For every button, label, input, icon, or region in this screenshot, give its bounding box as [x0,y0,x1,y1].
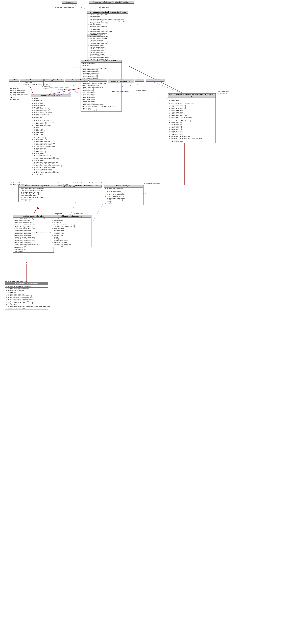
unsigned-box: unsigned [62,1,77,4]
bool-box: bool [135,79,144,82]
cell-cycle-model-ode-handler-header: CellCycleModelOdeHandler [51,215,91,218]
svg-line-6 [29,84,33,95]
abstract-ode-system-header: AbstractOdeSystem [104,185,143,187]
mpOdeSystem-label: mpOdeSystem [74,212,83,214]
abstract-param-vector-fields: # mStateVariables # mParameters [81,62,122,67]
identifiable-methods: + ~Identifiable() + TidyTemplatedExportI… [20,82,43,86]
abstract-param-stl-fields: # mStateVariables # mParameters [168,98,215,102]
enum-cell-cycle-phase-box: enum CellCyclePhase_ [65,79,88,82]
vector-header: VECTOR [87,34,101,36]
abstract-ode-system-box: AbstractOdeSystem # mUseAnalyticJacobian… [104,185,144,205]
svg-marker-28 [25,262,27,264]
abstract-cell-cycle-box: AbstractCellCycleModel # mpCell # mBirth… [31,94,71,176]
abstract-param-vector-box: AbstractParameterisedSystem< VECTOR > # … [81,60,122,112]
boost-noncopyable-box: boost::noncopyable [89,79,107,82]
shared-cell-label: shared Cell > [66,186,76,188]
svg-marker-24 [37,207,39,208]
single-ode-wnt-header: SingleOdeWntCellCycleModel [5,282,48,285]
abstract-ode-system-fields: # mUseAnalyticJacobian [104,187,143,190]
abstract-param-stl-box: AbstractParameterisedSystem< std::vector… [168,93,216,143]
shared-ptr-ode-info-box: shared_ptr< AbstractOdeSystemInformation… [89,1,134,4]
mpOdeSolver-label: mpOdeSolver [55,212,64,214]
mUseAnalyticJacobian-label: mUseAnalyticJacobian [144,183,160,184]
enum-cell-prolif-box: enum CellProliferativeType_ [108,79,134,83]
abstract-ode-system-methods: + AbstractOdeSystem() + ~AbstractOdeSyst… [104,190,143,205]
uml-diagram: mNumberOfStateVariables mpSystemInfo uns… [0,0,288,644]
vector-double-box: vector< double > [146,79,164,82]
mReadyToDivide-label: mReadyToDivide [136,90,147,91]
svg-line-22 [90,202,104,227]
vector-double-header: vector< double > [146,79,164,82]
svg-line-23 [33,207,38,215]
abstract-cell-cycle-fields: # mpCell # mBirthTime # mCurrentCellCycl… [31,97,71,119]
mWntTransitThreshold-label: mWntTransitThreshold [10,182,26,184]
boost-noncopyable-header: boost::noncopyable [89,79,107,82]
identifiable-box: Identifiable + ~Identifiable() + TidyTem… [20,79,44,86]
bool-header: bool [135,79,144,82]
identifiable-header: Identifiable [20,79,43,82]
cell-cycle-model-ode-handler-methods: + CellCycleModelOdeHandler() + ~CellCycl… [51,224,91,247]
mMDuration-label: mMDuration [10,97,18,98]
simple-wnt-cell-cycle-box: SimpleWntCellCycleModel # mUseCellProlif… [12,215,54,252]
single-ode-wnt-box: SingleOdeWntCellCycleModel # mBetaCateni… [5,282,48,310]
stl-mParameters-label: mParameters [218,92,227,94]
svg-line-10 [49,84,55,95]
abstract-cell-cycle-methods: + AbstractCellCycleModel() + ~AbstractCe… [31,119,71,176]
transit-g1-label: mTransitCellG1Duration [10,93,28,95]
enum-cell-cycle-phase-header: enum CellCyclePhase_ [65,79,88,82]
mBetaCaterin-label: mBetaCaterinDivisionThreshold [5,280,28,282]
double-box: double [9,79,19,82]
abstract-untemplated-fields: # mNumberOfStateVariables # mpSystemInfo [87,14,128,18]
abstract-simple-cell-cycle-methods: + AbstractSimpleCellCycleModel() + ~Abst… [19,187,57,202]
abstract-param-stl-header: AbstractParameterisedSystem< std::vector… [168,94,215,98]
mCellProliferativeType-label: mCellProliferativeType [112,91,129,92]
g1-duration-label: mG1Duration [10,88,19,89]
abstract-param-stl-methods: + AbstractParameterisedSystem() + GetSta… [168,102,215,143]
svg-line-31 [154,82,185,94]
abstract-untemplated-header: AbstractUntemplatisedParameterisedSystem [87,11,128,14]
single-ode-wnt-fields: # mBetaCateninDivisionThreshold [5,285,48,288]
stl-mStateVariables-label: mStateVariables [218,90,230,92]
mOt-label: mOt [57,182,59,184]
simple-wnt-cell-cycle-header: SimpleWntCellCycleModel [13,215,54,218]
shared-ptr-cell-box: shared_ptr< Cell > [44,79,64,82]
svg-line-32 [159,98,168,98]
cell-cycle-model-ode-handler-box: CellCycleModelOdeHandler # mpOdeSystem #… [51,215,92,248]
simple-wnt-cell-cycle-methods: + SimpleWntCellCycleModel() + UpdateCell… [13,224,54,252]
min-gap-label: mMinimumGapDuration [10,92,25,93]
double-header: double [9,79,19,82]
simple-wnt-cell-cycle-fields: # mUseCellProliferativeTypeDependentG1Du… [13,218,54,224]
shared-ptr-cell-header: shared_ptr< Cell > [45,79,64,82]
mpSystemInfo-label: mpSystemInfo [99,6,109,8]
mNumberOfStateVariables-label: mNumberOfStateVariables [55,6,74,8]
birth-time-label: mBirthTime [10,95,18,97]
cell-cycle-model-ode-handler-fields: # mpOdeSystem # mpOdeSolver # mLastTime [51,218,91,224]
stem-g1-label: mStemCellG1Duration [10,90,25,91]
unsigned-header: unsigned [62,1,77,4]
abstract-cell-cycle-header: AbstractCellCycleModel [31,95,71,97]
mWntLabelledThreshold-label: mWntLabelledThreshold [10,184,27,186]
abstract-simple-cell-cycle-box: AbstractSimpleCellCycleModel + AbstractS… [18,185,57,202]
abstract-param-vector-methods: + AbstractParameterisedSystem() + GetSta… [81,67,122,111]
mLastTime-label: mLastTime [63,184,70,186]
mCurrentCellCyclePhase-label: mCurrentCellCyclePhase [58,89,76,90]
mDimension-label: mDimension [42,86,50,87]
shared-ptr-ode-info-header: shared_ptr< AbstractOdeSystemInformation… [89,1,134,4]
vector-box: VECTOR [87,34,101,36]
enum-cell-prolif-header: enum CellProliferativeType_ [108,79,134,83]
mG2Duration-label: mG2Duration [10,99,19,100]
abstract-param-vector-header: AbstractParameterisedSystem< VECTOR > [81,60,122,62]
mpCell-label: mpCell [44,87,49,89]
mUseCellProliferType-label: mUseCellProliferativeTypeDependentG1Dura… [72,182,108,184]
single-ode-wnt-methods: + SingleOdeWntCellCycleModel() + UpdateC… [5,288,48,309]
